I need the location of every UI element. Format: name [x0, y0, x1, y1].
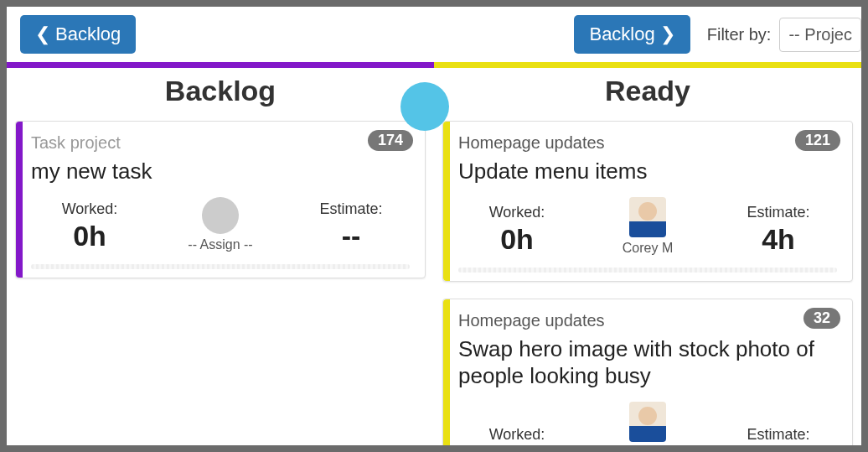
task-card[interactable]: Task project 174 my new task Worked: 0h … [15, 121, 426, 278]
chevron-right-icon: ❯ [660, 25, 675, 44]
avatar-icon [629, 402, 666, 442]
next-lane-button[interactable]: Backlog ❯ [574, 15, 690, 54]
worked-label: Worked: [467, 426, 567, 444]
estimate-label: Estimate: [728, 204, 829, 221]
card-badge: 121 [795, 130, 840, 151]
assignee-picker[interactable]: Corey M [623, 197, 673, 256]
card-title: Update menu items [458, 158, 837, 185]
avatar-icon [629, 197, 666, 237]
toolbar: ❮ Backlog Backlog ❯ Filter by: -- Projec [7, 7, 861, 62]
filter-select[interactable]: -- Projec [779, 18, 861, 52]
card-stripe [443, 299, 450, 446]
prev-lane-label: Backlog [55, 23, 121, 45]
worked-label: Worked: [467, 204, 567, 221]
assignee-picker[interactable] [629, 402, 666, 445]
assignee-label: -- Assign -- [188, 237, 252, 252]
estimate-value: -- [301, 220, 401, 252]
card-stripe [16, 122, 23, 278]
avatar-placeholder-icon [202, 197, 239, 234]
estimate-label: Estimate: [301, 200, 401, 218]
lane-title: Ready [434, 68, 861, 121]
estimate-metric: Estimate: [728, 426, 829, 445]
filter-wrap: Filter by: -- Projec [707, 18, 861, 52]
highlight-dot [400, 82, 449, 131]
lane-ready: Ready Homepage updates 121 Update menu i… [434, 62, 861, 445]
lane-color-bar [434, 62, 861, 68]
filter-label: Filter by: [707, 25, 772, 44]
lane-title: Backlog [7, 68, 434, 121]
lane-backlog: Backlog Task project 174 my new task Wor… [7, 62, 434, 445]
card-project: Homepage updates [458, 133, 837, 153]
chevron-left-icon: ❮ [35, 25, 50, 44]
assignee-picker[interactable]: -- Assign -- [188, 197, 252, 252]
assignee-label: Corey M [623, 241, 673, 256]
card-title: Swap hero image with stock photo of peop… [458, 335, 837, 390]
card-project: Homepage updates [458, 311, 837, 330]
estimate-value: 4h [728, 223, 829, 256]
card-stripe [443, 122, 450, 281]
card-badge: 174 [368, 130, 413, 151]
worked-value: 0h [39, 220, 140, 252]
card-badge: 32 [803, 308, 840, 329]
estimate-label: Estimate: [728, 426, 829, 444]
next-lane-label: Backlog [589, 23, 654, 45]
progress-slider[interactable] [458, 268, 837, 273]
prev-lane-button[interactable]: ❮ Backlog [20, 15, 136, 54]
worked-value: 0h [467, 223, 567, 256]
worked-label: Worked: [39, 200, 140, 218]
progress-slider[interactable] [31, 264, 410, 269]
card-project: Task project [31, 133, 410, 153]
estimate-metric: Estimate: -- [301, 200, 401, 252]
lane-color-bar [7, 62, 434, 68]
task-card[interactable]: Homepage updates 121 Update menu items W… [442, 121, 853, 282]
card-title: my new task [31, 158, 410, 185]
estimate-metric: Estimate: 4h [728, 204, 829, 256]
worked-metric: Worked: 0h [467, 204, 567, 256]
worked-metric: Worked: 0h [39, 200, 140, 252]
worked-metric: Worked: [467, 426, 567, 445]
task-card[interactable]: Homepage updates 32 Swap hero image with… [442, 299, 853, 446]
